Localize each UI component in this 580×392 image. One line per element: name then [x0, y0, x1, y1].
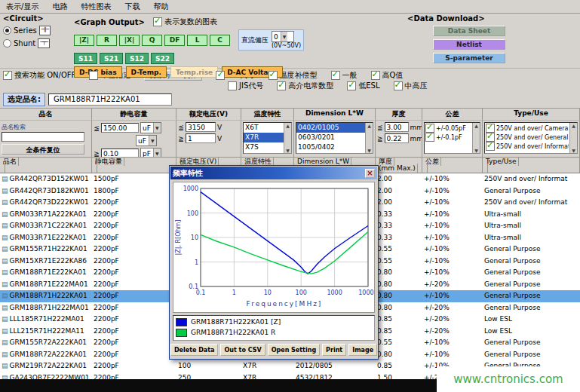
search-option-checkbox[interactable]: 高介电常数型 — [277, 81, 333, 91]
popup-action-button[interactable]: Open Setting — [268, 344, 320, 356]
menu-item[interactable]: 表示/显示 — [6, 2, 38, 12]
thickness-unit-label: mm — [410, 135, 422, 142]
thickness-min-input[interactable] — [385, 133, 409, 143]
listbox-scrollbar[interactable] — [569, 123, 577, 153]
search-option-checkbox[interactable]: 搜索功能 ON/OFF — [3, 70, 75, 81]
capacitance-max-unit-select[interactable]: uF — [140, 122, 161, 133]
capacitance-max-input[interactable] — [101, 123, 139, 133]
svg-text:0.1: 0.1 — [196, 289, 206, 296]
legend-entry[interactable]: GRM188R71H222KA01 R — [176, 327, 372, 338]
reset-all-conditions-button[interactable]: 全条件复位 — [2, 144, 84, 155]
thickness-max-input[interactable] — [385, 122, 409, 132]
temp-char-option[interactable]: X6T — [244, 123, 284, 133]
svg-text:10: 10 — [264, 289, 272, 296]
graph-quantity-button[interactable]: R — [97, 35, 117, 46]
menu-item[interactable]: 特性图表 — [81, 2, 111, 12]
legend-color-swatch — [176, 318, 187, 326]
legend-entry[interactable]: GRM188R71H222KA01 [Z] — [176, 317, 372, 327]
table-header-cell[interactable]: 厚度 (mm Max.) — [376, 158, 422, 173]
graph-output-group-label: <Graph Output> — [74, 18, 145, 26]
filter-temp-char: X6TX7RX7S — [241, 121, 294, 157]
s-parameter-graph-button[interactable]: S21 — [100, 53, 123, 64]
circuit-option[interactable]: Shunt ─┬─ — [3, 38, 69, 48]
search-option-checkbox[interactable]: JIS代号 — [228, 81, 263, 91]
table-header-cell[interactable]: Type/Use — [483, 158, 580, 173]
graph-quantity-button[interactable]: Q — [142, 35, 162, 46]
filter-voltage: ≦ V ≧ V — [176, 121, 241, 157]
row-document-icon — [2, 292, 8, 299]
graph-quantity-button[interactable]: |Z| — [74, 35, 94, 46]
frequency-characteristics-window: 频率特性 0.11101001000100000.11101001000Freq… — [169, 165, 379, 360]
show-multiple-graphs-checkbox[interactable]: 表示复数的图表 — [153, 17, 217, 27]
dc-bias-select[interactable]: 0 — [272, 31, 294, 42]
table-header-cell[interactable]: 品名 — [0, 158, 92, 173]
checkbox-icon — [331, 71, 340, 80]
dimension-option[interactable]: 0402/01005 — [296, 123, 365, 133]
capacitance-min-unit-select[interactable]: pF — [140, 148, 161, 157]
svg-text:|Z|, R[Ohm]: |Z|, R[Ohm] — [175, 220, 182, 256]
filter-capacitance: ≦ uF uF ≧ pF — [92, 121, 176, 157]
menu-item[interactable]: 下载 — [124, 2, 140, 12]
menu-item[interactable]: 电路 — [52, 2, 67, 12]
popup-action-button[interactable]: Print — [322, 344, 346, 356]
bottom-bar — [0, 379, 437, 392]
tolerance-option[interactable]: +/-0.05pF — [425, 124, 471, 133]
watermark-text: www.cntronics.com — [453, 372, 563, 386]
checkbox-icon — [394, 81, 403, 90]
impedance-chart: 0.11101001000100000.11101001000Frequency… — [173, 182, 375, 313]
type-use-option[interactable]: 250V and over/ Camera — [486, 124, 569, 133]
dc-bias-control: 直流偏压 0 (0V~50V) — [238, 29, 304, 51]
svg-text:0.1: 0.1 — [189, 283, 198, 290]
table-header-cell[interactable]: 公差 — [422, 158, 483, 173]
graph-quantity-button[interactable]: DF — [164, 35, 185, 46]
graph-quantity-button[interactable]: |X| — [119, 35, 140, 46]
listbox-scrollbar[interactable] — [472, 123, 480, 153]
radio-button-icon — [3, 26, 11, 35]
dynamic-graph-button[interactable]: D-Temp. — [126, 66, 167, 78]
type-use-option[interactable]: 250V and over/ General — [486, 133, 569, 142]
popup-action-button[interactable]: Out to CSV — [220, 344, 265, 356]
download-button[interactable]: S-parameter — [433, 53, 505, 63]
filter-header-type-use: Type/Use — [483, 109, 580, 121]
s-parameter-graph-button[interactable]: S12 — [125, 53, 149, 64]
popup-action-button[interactable]: Delete Data — [170, 344, 219, 356]
download-button[interactable]: Netlist — [433, 39, 505, 50]
checkbox-icon — [3, 71, 12, 80]
capacitance-min-input[interactable] — [101, 149, 139, 157]
row-document-icon — [2, 210, 8, 218]
checkbox-icon — [486, 142, 495, 151]
part-name-search-input[interactable] — [2, 132, 84, 142]
s-parameter-graph-button[interactable]: S11 — [74, 53, 97, 64]
s-parameter-graph-button[interactable]: S22 — [151, 53, 174, 64]
popup-action-button[interactable]: Image — [348, 344, 377, 356]
circuit-symbol-icon: ─┬─ — [38, 38, 50, 48]
menu-item[interactable]: 帮助 — [153, 2, 168, 12]
checkbox-icon — [89, 71, 98, 80]
type-use-option[interactable]: 250V and over/ Informat — [486, 142, 569, 151]
listbox-scrollbar[interactable] — [365, 123, 373, 153]
selected-part-value: GRM188R71H222KA01 — [48, 93, 172, 106]
checkbox-icon — [153, 17, 162, 26]
tolerance-option[interactable]: +/-0.1pF — [425, 133, 471, 142]
search-option-checkbox[interactable]: 低ESL — [347, 81, 379, 91]
close-icon[interactable] — [365, 169, 375, 178]
download-button[interactable]: Data Sheet — [433, 26, 505, 36]
listbox-scrollbar[interactable] — [284, 123, 291, 153]
circuit-option[interactable]: Series ─||─ — [3, 26, 69, 35]
table-header-cell[interactable]: 静电容量 — [92, 158, 176, 173]
graph-quantity-button[interactable]: C — [210, 35, 230, 46]
thickness-unit-label: mm — [410, 124, 422, 131]
search-option-label: 低ESL — [358, 81, 379, 91]
voltage-min-input[interactable] — [186, 133, 216, 143]
graph-quantity-button[interactable]: L — [187, 35, 207, 46]
row-document-icon — [2, 234, 8, 241]
voltage-max-input[interactable] — [186, 122, 216, 132]
temp-char-option[interactable]: X7R — [244, 133, 284, 142]
dimension-option[interactable]: 1005/0402 — [296, 142, 365, 152]
temp-char-option[interactable]: X7S — [244, 142, 284, 152]
capacitance-display-unit-select[interactable]: uF — [136, 135, 157, 146]
dimension-option[interactable]: 0603/0201 — [296, 133, 365, 142]
search-option-checkbox[interactable]: 中高压 — [394, 81, 428, 91]
dynamic-graph-button[interactable]: Temp.rise — [170, 66, 218, 78]
popup-title-bar[interactable]: 频率特性 — [170, 167, 377, 179]
